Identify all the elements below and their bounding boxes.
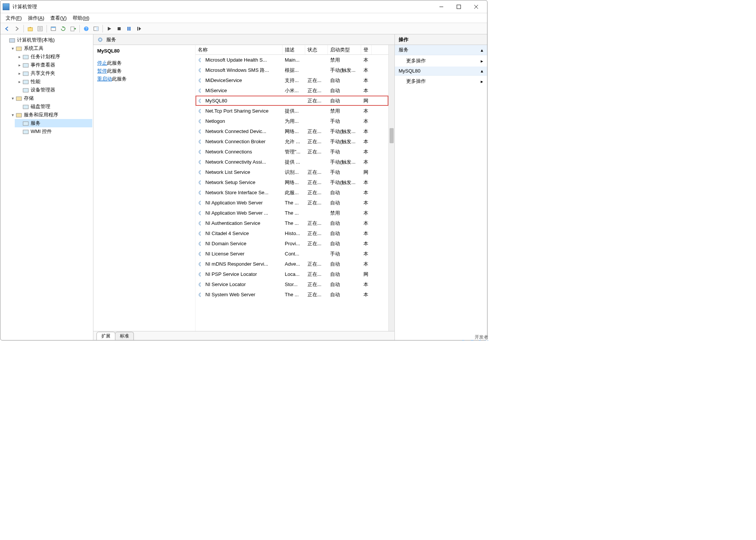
service-startup: 自动 [328, 281, 361, 288]
pause-service-button[interactable] [124, 24, 134, 33]
service-row[interactable]: NI Authentication ServiceThe ...正在...自动本 [196, 218, 388, 228]
service-row[interactable]: NI Domain ServiceProvi...正在...自动本 [196, 238, 388, 249]
tab-extended[interactable]: 扩展 [96, 332, 115, 340]
service-row[interactable]: MiService小米...正在...自动本 [196, 85, 388, 96]
service-row[interactable]: Microsoft Update Health S...Main...禁用本 [196, 55, 388, 65]
stop-service-button[interactable] [115, 24, 124, 33]
refresh-button[interactable] [59, 24, 68, 33]
service-logon: 本 [361, 77, 369, 84]
restart-link[interactable]: 重启动 [97, 76, 112, 82]
service-row[interactable]: NI Application Web Server ...The ...禁用本 [196, 208, 388, 218]
tree-item[interactable]: ▸性能 [15, 77, 92, 86]
col-startup[interactable]: 启动类型 [328, 45, 361, 54]
tree-item[interactable]: 设备管理器 [15, 86, 92, 94]
service-name: Netlogon [203, 118, 283, 124]
help-button[interactable]: ? [82, 24, 91, 33]
service-logon: 本 [361, 230, 369, 237]
service-row[interactable]: NI Citadel 4 ServiceHisto...正在...自动本 [196, 228, 388, 238]
services-list-header[interactable]: 名称 描述 状态 启动类型 登 [196, 45, 388, 55]
tree-item[interactable]: ▸事件查看器 [15, 61, 92, 69]
service-row[interactable]: NI Service LocatorStor...正在...自动本 [196, 279, 388, 289]
start-service-button[interactable] [105, 24, 114, 33]
service-startup: 禁用 [328, 210, 361, 217]
service-row[interactable]: Network Connectivity Assi...提供 ...手动(触发.… [196, 157, 388, 167]
service-row[interactable]: Netlogon为用...手动本 [196, 116, 388, 126]
service-desc: The ... [283, 220, 305, 226]
service-logon: 本 [361, 240, 369, 247]
expand-toggle[interactable]: ▾ [10, 46, 16, 51]
service-status: 正在... [305, 200, 328, 206]
service-row[interactable]: Network List Service识别...正在...手动网 [196, 167, 388, 177]
action-section-header[interactable]: 服务▴ [395, 45, 487, 55]
service-gear-icon [198, 179, 201, 186]
tree-pane[interactable]: 计算机管理(本地)▾系统工具▸任务计划程序▸事件查看器▸共享文件夹▸性能设备管理… [0, 34, 93, 340]
svg-rect-27 [16, 97, 22, 101]
menu-h[interactable]: 帮助(H) [70, 14, 92, 23]
tree-item[interactable]: 磁盘管理 [15, 102, 92, 111]
action-item[interactable]: 更多操作▸ [395, 55, 487, 67]
export-list-button[interactable] [68, 24, 78, 33]
tree-root[interactable]: 计算机管理(本地) [1, 36, 92, 44]
forward-button[interactable] [12, 24, 22, 33]
scrollbar-thumb[interactable] [390, 128, 394, 143]
services-list[interactable]: Microsoft Update Health S...Main...禁用本Mi… [196, 55, 388, 300]
service-row[interactable]: MySQL80正在...自动网 [196, 96, 388, 106]
minimize-button[interactable] [433, 1, 450, 12]
properties-button[interactable] [36, 24, 45, 33]
service-row[interactable]: MiDeviceService支持...正在...自动本 [196, 75, 388, 85]
service-row[interactable]: Microsoft Windows SMS 路...根据...手动(触发...本 [196, 65, 388, 75]
restart-service-button[interactable] [134, 24, 143, 33]
app-icon [3, 3, 9, 10]
service-status: 正在... [305, 87, 328, 94]
tree-group[interactable]: ▾存储 [8, 94, 92, 102]
tree-item[interactable]: ▸共享文件夹 [15, 69, 92, 77]
menu-f[interactable]: 文件(F) [3, 14, 25, 23]
service-row[interactable]: Network Connection Broker允许 ...正在...手动(触… [196, 136, 388, 147]
service-desc: 支持... [283, 77, 305, 84]
service-row[interactable]: NI mDNS Responder Servi...Adve...正在...自动… [196, 259, 388, 269]
service-desc: Histo... [283, 231, 305, 236]
service-logon: 网 [361, 97, 369, 104]
back-button[interactable] [3, 24, 12, 33]
action-item[interactable]: 更多操作▸ [395, 76, 487, 87]
tree-group[interactable]: ▾系统工具 [8, 44, 92, 53]
show-hide-action-pane-button[interactable] [92, 24, 101, 33]
service-row[interactable]: NI Application Web ServerThe ...正在...自动本 [196, 198, 388, 208]
service-row[interactable]: Network Setup Service网络...正在...手动(触发...本 [196, 177, 388, 187]
col-logon[interactable]: 登 [361, 45, 372, 54]
service-row[interactable]: Net.Tcp Port Sharing Service提供...禁用本 [196, 106, 388, 116]
col-desc[interactable]: 描述 [283, 45, 305, 54]
menu-a[interactable]: 操作(A) [25, 14, 47, 23]
service-row[interactable]: Network Store Interface Se...此服...正在...自… [196, 187, 388, 198]
new-window-button[interactable] [49, 24, 58, 33]
service-desc: The ... [283, 292, 305, 297]
tree-group[interactable]: ▾服务和应用程序 [8, 111, 92, 119]
up-level-button[interactable] [26, 24, 35, 33]
service-row[interactable]: NI PSP Service LocatorLoca...正在...自动网 [196, 269, 388, 279]
menu-v[interactable]: 查看(V) [47, 14, 70, 23]
vertical-scrollbar[interactable] [388, 45, 394, 331]
service-row[interactable]: Network Connections管理"...正在...手动本 [196, 147, 388, 157]
col-name[interactable]: 名称 [196, 45, 283, 54]
tab-standard[interactable]: 标准 [115, 332, 134, 340]
action-section-header[interactable]: MySQL80▴ [395, 67, 487, 76]
close-button[interactable] [467, 1, 485, 12]
col-status[interactable]: 状态 [305, 45, 328, 54]
service-desc: 提供... [283, 108, 305, 114]
item-icon [22, 70, 29, 76]
svg-rect-11 [71, 27, 74, 31]
tree-item[interactable]: ▸任务计划程序 [15, 53, 92, 61]
service-row[interactable]: NI License ServerCont...手动本 [196, 249, 388, 259]
expand-toggle[interactable]: ▾ [10, 113, 16, 118]
service-row[interactable]: Network Connected Devic...网络...正在...手动(触… [196, 126, 388, 136]
stop-link[interactable]: 停止 [97, 60, 107, 66]
service-startup: 自动 [328, 97, 361, 104]
service-row[interactable]: NI System Web ServerThe ...正在...自动本 [196, 289, 388, 300]
tree-item[interactable]: WMI 控件 [15, 127, 92, 136]
tree-item[interactable]: 服务 [15, 119, 92, 127]
service-gear-icon [198, 231, 201, 237]
service-gear-icon [198, 159, 201, 165]
maximize-button[interactable] [450, 1, 467, 12]
pause-link[interactable]: 暂停 [97, 68, 107, 74]
expand-toggle[interactable]: ▾ [10, 96, 16, 101]
